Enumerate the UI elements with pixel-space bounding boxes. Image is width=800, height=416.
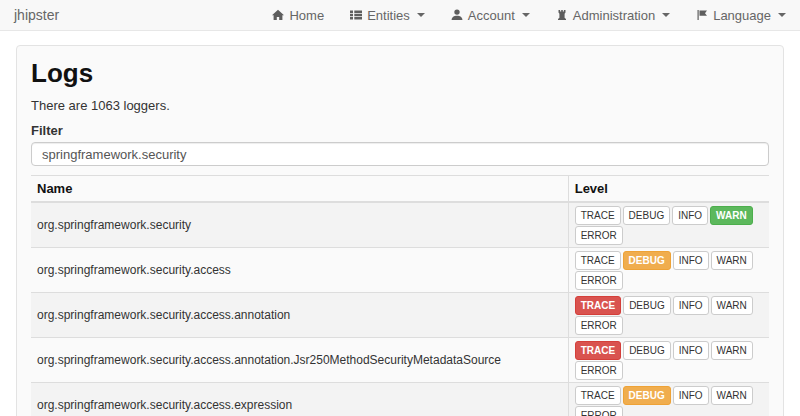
tower-icon (556, 9, 568, 21)
level-button-error[interactable]: ERROR (575, 406, 623, 416)
nav-item-language[interactable]: Language (696, 8, 786, 23)
level-button-trace[interactable]: TRACE (575, 386, 621, 405)
level-button-info[interactable]: INFO (673, 296, 709, 315)
table-row: org.springframework.security.accessTRACE… (31, 248, 769, 293)
level-button-info[interactable]: INFO (673, 341, 709, 360)
level-button-debug[interactable]: DEBUG (623, 386, 671, 405)
level-button-debug[interactable]: DEBUG (623, 206, 671, 225)
level-button-error[interactable]: ERROR (575, 226, 623, 245)
brand-logo[interactable]: jhipster (14, 7, 59, 23)
level-button-info[interactable]: INFO (673, 386, 709, 405)
level-buttons: TRACEDEBUGINFOWARNERROR (568, 202, 769, 248)
caret-down-icon (662, 13, 670, 17)
table-row: org.springframework.security.access.expr… (31, 383, 769, 416)
level-button-info[interactable]: INFO (673, 251, 709, 270)
level-button-warn[interactable]: WARN (711, 341, 753, 360)
caret-down-icon (417, 13, 425, 17)
nav-menu: HomeEntitiesAccountAdministrationLanguag… (272, 8, 786, 23)
nav-item-label: Administration (573, 8, 655, 23)
home-icon (272, 9, 284, 21)
list-icon (350, 9, 362, 21)
filter-input[interactable] (31, 142, 769, 166)
column-header-level: Level (568, 176, 769, 203)
table-row: org.springframework.securityTRACEDEBUGIN… (31, 202, 769, 248)
level-button-trace[interactable]: TRACE (575, 296, 621, 315)
level-button-error[interactable]: ERROR (575, 361, 623, 380)
level-button-debug[interactable]: DEBUG (623, 251, 671, 270)
level-button-trace[interactable]: TRACE (575, 206, 621, 225)
level-button-warn[interactable]: WARN (711, 251, 753, 270)
logger-name: org.springframework.security.access (31, 248, 568, 293)
level-button-error[interactable]: ERROR (575, 316, 623, 335)
nav-item-label: Home (289, 8, 324, 23)
table-row: org.springframework.security.access.anno… (31, 338, 769, 383)
caret-down-icon (522, 13, 530, 17)
level-buttons: TRACEDEBUGINFOWARNERROR (568, 338, 769, 383)
logger-name: org.springframework.security.access.expr… (31, 383, 568, 416)
loggers-table: Name Level org.springframework.securityT… (31, 175, 769, 416)
navbar: jhipster HomeEntitiesAccountAdministrati… (0, 0, 800, 31)
page-title: Logs (31, 58, 769, 89)
level-button-info[interactable]: INFO (672, 206, 708, 225)
nav-item-home[interactable]: Home (272, 8, 324, 23)
column-header-name: Name (31, 176, 568, 203)
level-buttons: TRACEDEBUGINFOWARNERROR (568, 248, 769, 293)
logs-panel: Logs There are 1063 loggers. Filter Name… (16, 45, 784, 416)
level-button-trace[interactable]: TRACE (575, 251, 621, 270)
nav-item-label: Language (713, 8, 771, 23)
level-buttons: TRACEDEBUGINFOWARNERROR (568, 383, 769, 416)
nav-item-account[interactable]: Account (451, 8, 530, 23)
level-button-trace[interactable]: TRACE (575, 341, 621, 360)
nav-item-administration[interactable]: Administration (556, 8, 670, 23)
logger-name: org.springframework.security.access.anno… (31, 293, 568, 338)
level-button-warn[interactable]: WARN (710, 206, 753, 225)
level-button-debug[interactable]: DEBUG (623, 296, 671, 315)
loggers-count-text: There are 1063 loggers. (31, 98, 769, 113)
filter-label: Filter (31, 123, 769, 138)
logger-name: org.springframework.security.access.anno… (31, 338, 568, 383)
user-icon (451, 9, 463, 21)
level-buttons: TRACEDEBUGINFOWARNERROR (568, 293, 769, 338)
nav-item-label: Entities (367, 8, 410, 23)
nav-item-entities[interactable]: Entities (350, 8, 425, 23)
table-row: org.springframework.security.access.anno… (31, 293, 769, 338)
logger-name: org.springframework.security (31, 202, 568, 248)
level-button-warn[interactable]: WARN (711, 296, 753, 315)
level-button-error[interactable]: ERROR (575, 271, 623, 290)
level-button-debug[interactable]: DEBUG (623, 341, 671, 360)
level-button-warn[interactable]: WARN (711, 386, 753, 405)
flag-icon (696, 9, 708, 21)
nav-item-label: Account (468, 8, 515, 23)
caret-down-icon (778, 13, 786, 17)
